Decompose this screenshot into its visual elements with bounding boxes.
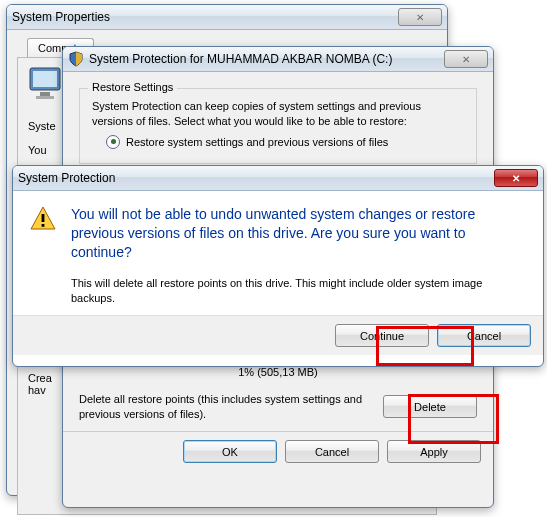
delete-button[interactable]: Delete xyxy=(383,395,477,418)
disk-usage-text: 1% (505,13 MB) xyxy=(79,366,477,378)
warning-icon xyxy=(29,205,57,233)
radio-icon xyxy=(106,135,120,149)
apply-button[interactable]: Apply xyxy=(387,440,481,463)
titlebar: System Protection ✕ xyxy=(13,166,543,191)
svg-rect-4 xyxy=(42,214,45,222)
confirm-body: This will delete all restore points on t… xyxy=(71,276,527,306)
ok-button[interactable]: OK xyxy=(183,440,277,463)
close-button[interactable]: ✕ xyxy=(494,169,538,187)
window-title: System Properties xyxy=(12,10,398,24)
confirm-heading: You will not be able to undo unwanted sy… xyxy=(71,205,527,262)
group-title: Restore Settings xyxy=(88,81,177,93)
close-button[interactable]: ✕ xyxy=(444,50,488,68)
confirm-dialog: System Protection ✕ You will not be able… xyxy=(12,165,544,367)
titlebar: System Properties ✕ xyxy=(7,5,447,30)
continue-button[interactable]: Continue xyxy=(335,324,429,347)
titlebar: System Protection for MUHAMMAD AKBAR NOM… xyxy=(63,47,493,72)
cancel-button[interactable]: Cancel xyxy=(285,440,379,463)
delete-desc: Delete all restore points (this includes… xyxy=(79,392,367,422)
restore-settings-group: Restore Settings System Protection can k… xyxy=(79,88,477,164)
svg-rect-2 xyxy=(40,92,50,96)
radio-label: Restore system settings and previous ver… xyxy=(126,136,388,148)
window-title: System Protection xyxy=(18,171,494,185)
svg-rect-5 xyxy=(42,224,45,227)
close-button[interactable]: ✕ xyxy=(398,8,442,26)
window-title: System Protection for MUHAMMAD AKBAR NOM… xyxy=(89,52,444,66)
dialog-buttons: OK Cancel Apply xyxy=(63,432,493,471)
radio-restore-all[interactable]: Restore system settings and previous ver… xyxy=(106,135,464,149)
confirm-buttons: Continue Cancel xyxy=(13,316,543,355)
cancel-button[interactable]: Cancel xyxy=(437,324,531,347)
svg-rect-3 xyxy=(36,96,54,99)
shield-icon xyxy=(68,51,84,67)
group-desc: System Protection can keep copies of sys… xyxy=(92,99,464,129)
svg-rect-1 xyxy=(33,71,57,87)
